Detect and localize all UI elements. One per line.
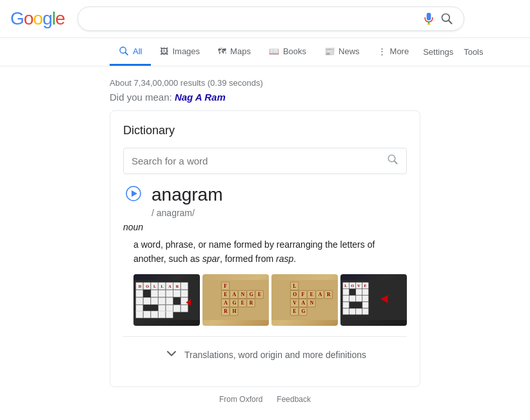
dictionary-card: Dictionary xyxy=(110,110,420,387)
svg-text:L: L xyxy=(344,283,347,288)
mic-icon xyxy=(422,12,435,25)
svg-text:L: L xyxy=(161,284,164,288)
search-input[interactable]: Anagram xyxy=(88,13,417,25)
word-text: anagram xyxy=(152,185,223,205)
svg-text:O: O xyxy=(146,284,149,288)
image-4[interactable]: L O V E xyxy=(340,274,407,326)
svg-text:E: E xyxy=(310,292,313,297)
tab-all[interactable]: All xyxy=(110,38,151,66)
tools-link[interactable]: Tools xyxy=(458,39,488,65)
svg-rect-107 xyxy=(343,302,349,308)
svg-text:V: V xyxy=(293,300,297,306)
image-2[interactable]: F E A R A N G E G E R H xyxy=(202,274,269,326)
svg-text:E: E xyxy=(293,308,296,314)
svg-rect-105 xyxy=(356,295,362,301)
svg-text:A: A xyxy=(168,284,172,288)
books-icon: 📖 xyxy=(269,46,279,56)
footer: From Oxford Feedback xyxy=(110,391,420,408)
chevron-down-icon xyxy=(164,346,179,365)
svg-marker-9 xyxy=(132,190,137,197)
tab-more-label: More xyxy=(390,46,409,56)
tab-news[interactable]: 📰 News xyxy=(315,39,369,66)
svg-text:F: F xyxy=(301,292,304,297)
svg-text:N: N xyxy=(241,292,245,297)
svg-rect-101 xyxy=(356,289,362,295)
tab-maps[interactable]: 🗺 Maps xyxy=(209,39,260,66)
definition-end: . xyxy=(293,254,296,264)
search-bar: Anagram xyxy=(77,6,464,31)
svg-text:A: A xyxy=(232,292,236,297)
svg-text:R: R xyxy=(250,300,253,306)
example-word2: rasp xyxy=(276,254,293,264)
svg-rect-26 xyxy=(151,297,158,305)
word-search-box xyxy=(123,148,407,174)
feedback-link[interactable]: Feedback xyxy=(277,395,311,404)
source-label: From Oxford xyxy=(219,395,262,404)
svg-text:L: L xyxy=(153,284,156,288)
nav-tabs: All 🖼 Images 🗺 Maps 📖 Books 📰 News ⋮ Mor… xyxy=(0,38,530,66)
images-icon: 🖼 xyxy=(160,46,168,56)
header: Google Anagram xyxy=(0,0,530,38)
example-word1: spar xyxy=(202,254,220,264)
image-1[interactable]: D O L L A R xyxy=(133,274,200,326)
maps-icon: 🗺 xyxy=(218,46,226,56)
did-you-mean-link[interactable]: Nag A Ram xyxy=(175,92,226,103)
svg-rect-28 xyxy=(166,297,173,305)
mic-button[interactable] xyxy=(422,12,435,25)
word-search-icon[interactable] xyxy=(387,154,398,168)
image-row: D O L L A R xyxy=(133,274,407,326)
svg-line-5 xyxy=(126,53,128,55)
more-definitions-label: Translations, word origin and more defin… xyxy=(184,350,366,360)
svg-text:A: A xyxy=(319,292,322,297)
audio-icon xyxy=(126,186,141,205)
tab-books-label: Books xyxy=(283,46,306,56)
word-search-input[interactable] xyxy=(132,155,382,166)
settings-link[interactable]: Settings xyxy=(418,39,458,65)
svg-point-4 xyxy=(120,47,126,53)
search-button[interactable] xyxy=(440,12,453,25)
svg-text:R: R xyxy=(176,284,179,288)
svg-rect-24 xyxy=(136,297,143,305)
svg-text:G: G xyxy=(301,308,305,314)
definition: a word, phrase, or name formed by rearra… xyxy=(133,237,407,266)
tab-images[interactable]: 🖼 Images xyxy=(151,39,209,66)
svg-text:O: O xyxy=(351,283,354,288)
svg-rect-108 xyxy=(362,302,368,308)
image-3[interactable]: L O V E F E A R A N G xyxy=(271,274,338,326)
did-you-mean-prefix: Did you mean: xyxy=(110,92,175,103)
google-logo[interactable]: Google xyxy=(10,8,64,29)
svg-text:R: R xyxy=(327,292,331,297)
svg-text:F: F xyxy=(224,283,227,288)
svg-rect-100 xyxy=(343,289,349,295)
more-definitions[interactable]: Translations, word origin and more defin… xyxy=(123,336,407,374)
news-icon: 📰 xyxy=(324,46,335,56)
search-tab-icon xyxy=(119,46,129,56)
word-entry: anagram / anagram/ noun a word, phrase, … xyxy=(123,185,407,326)
svg-text:V: V xyxy=(357,283,360,288)
svg-rect-111 xyxy=(356,308,362,314)
tab-more[interactable]: ⋮ More xyxy=(369,39,418,66)
svg-rect-33 xyxy=(173,305,181,312)
svg-rect-27 xyxy=(159,297,166,305)
svg-text:R: R xyxy=(224,308,228,314)
tab-books[interactable]: 📖 Books xyxy=(260,39,315,66)
svg-text:H: H xyxy=(232,308,236,314)
svg-rect-104 xyxy=(349,295,355,301)
dictionary-title: Dictionary xyxy=(123,124,407,137)
svg-rect-36 xyxy=(143,311,150,318)
tab-maps-label: Maps xyxy=(230,46,251,56)
svg-text:N: N xyxy=(310,300,314,306)
svg-rect-34 xyxy=(181,305,188,312)
svg-rect-17 xyxy=(181,283,188,290)
svg-rect-29 xyxy=(181,297,188,305)
svg-rect-18 xyxy=(136,290,143,297)
audio-button[interactable] xyxy=(123,185,144,205)
svg-text:E: E xyxy=(224,292,227,297)
svg-line-3 xyxy=(449,21,452,23)
svg-rect-106 xyxy=(362,295,368,301)
svg-rect-103 xyxy=(343,295,349,301)
word-header: anagram xyxy=(123,185,407,205)
definition-mid: , formed from xyxy=(220,254,276,264)
svg-rect-23 xyxy=(181,290,188,297)
svg-text:G: G xyxy=(250,292,253,297)
